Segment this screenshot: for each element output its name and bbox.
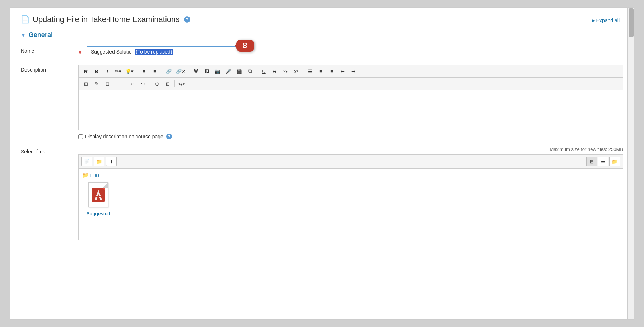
toolbar-divider-8 <box>174 80 175 87</box>
toolbar-table-btn[interactable]: ⊞ <box>81 79 91 88</box>
toolbar-highlight-btn[interactable]: 💡▾ <box>124 66 135 76</box>
toolbar-align-right-btn[interactable]: ≡ <box>327 66 337 76</box>
toolbar-indent-right-btn[interactable]: ➡ <box>348 66 358 76</box>
page-title-row: 📄 Updating File in Take-Home Examination… <box>21 15 623 24</box>
toolbar-link-btn[interactable]: 🔗 <box>164 66 174 76</box>
toolbar-capture-btn[interactable]: 📷 <box>213 66 223 76</box>
toolbar-strikethrough-btn[interactable]: S <box>270 66 280 76</box>
toolbar-superscript-btn[interactable]: x² <box>291 66 301 76</box>
display-description-checkbox[interactable] <box>78 134 83 139</box>
general-section-header: ▼ General <box>21 31 623 39</box>
section-toggle-icon[interactable]: ▼ <box>21 32 26 38</box>
description-field-container: i▾ B I ✏▾ 💡▾ ≡ ≡ 🔗 🔗✕ W 🖼 📷 🎤 � <box>78 65 623 139</box>
tooltip-step-badge: 8 <box>236 40 254 52</box>
toolbar-divider-1 <box>137 68 137 75</box>
toolbar-unlink-btn[interactable]: 🔗✕ <box>174 66 187 76</box>
description-form-row: Description i▾ B I ✏▾ 💡▾ ≡ ≡ 🔗 🔗✕ <box>21 65 623 139</box>
toolbar-subscript-btn[interactable]: x₂ <box>280 66 290 76</box>
toolbar-redo-btn[interactable]: ↪ <box>138 79 148 88</box>
toolbar-divider-7 <box>150 80 150 87</box>
toolbar-underline-btn[interactable]: U <box>259 66 269 76</box>
download-btn[interactable]: ⬇ <box>106 157 117 166</box>
scrollbar-track[interactable] <box>627 8 634 319</box>
toolbar-image-btn[interactable]: 🖼 <box>202 66 212 76</box>
name-input[interactable]: Suggested Solution (To be replaced) <box>87 46 237 57</box>
display-description-label-text: Display description on course page <box>85 134 163 139</box>
general-section-title: General <box>29 31 53 39</box>
select-files-label: Select files <box>21 147 78 155</box>
toolbar-special-char-btn[interactable]: ⊞ <box>163 79 173 88</box>
toolbar-divider-5 <box>303 68 303 75</box>
toolbar-unordered-list-btn[interactable]: ≡ <box>139 66 149 76</box>
name-input-selected-text: (To be replaced) <box>135 49 173 55</box>
svg-rect-2 <box>96 196 101 197</box>
grid-view-btn[interactable]: ⊞ <box>586 157 597 166</box>
description-checkbox-help[interactable]: ? <box>166 134 172 139</box>
toolbar-cursor-btn[interactable]: I <box>113 79 123 88</box>
file-grid: Suggested <box>82 182 619 216</box>
toolbar-word-btn[interactable]: W <box>191 66 201 76</box>
display-description-checkbox-label[interactable]: Display description on course page <box>78 134 163 139</box>
description-footer: Display description on course page ? <box>78 134 623 139</box>
toolbar-accessibility-btn[interactable]: ⊕ <box>152 79 162 88</box>
toolbar-divider-4 <box>257 68 257 75</box>
toolbar-divider-3 <box>189 68 189 75</box>
new-file-btn[interactable]: 📄 <box>81 157 92 166</box>
files-toolbar: 📄 📁 ⬇ ⊞ ☰ 📁 <box>78 154 623 168</box>
toolbar-info-btn[interactable]: i▾ <box>81 66 91 76</box>
breadcrumb-files-link[interactable]: Files <box>90 172 99 178</box>
select-files-field-container: Maximum size for new files: 250MB 📄 📁 ⬇ … <box>78 147 623 240</box>
toolbar-edit-btn[interactable]: ✎ <box>92 79 102 88</box>
toolbar-bold-btn[interactable]: B <box>92 66 102 76</box>
file-name-label: Suggested <box>87 211 110 216</box>
name-label: Name <box>21 46 78 54</box>
toolbar-row-1: i▾ B I ✏▾ 💡▾ ≡ ≡ 🔗 🔗✕ W 🖼 📷 🎤 � <box>79 65 623 78</box>
name-input-plain-text: Suggested Solution <box>91 49 134 55</box>
toolbar-italic-btn[interactable]: I <box>102 66 112 76</box>
editor-content-area[interactable] <box>79 90 623 130</box>
files-toolbar-right: ⊞ ☰ 📁 <box>586 157 620 166</box>
file-item-pdf[interactable]: Suggested <box>82 182 115 216</box>
files-breadcrumb: 📁 Files <box>82 172 619 178</box>
toolbar-divider-6 <box>125 80 125 87</box>
page-title-text: Updating File in Take-Home Examinations <box>33 15 179 24</box>
toolbar-divider-2 <box>162 68 162 75</box>
pdf-file-icon <box>87 182 110 209</box>
files-toolbar-left: 📄 📁 ⬇ <box>81 157 117 166</box>
list-view-btn[interactable]: ☰ <box>598 157 608 166</box>
expand-all-button[interactable]: ▶ Expand all <box>592 18 620 23</box>
breadcrumb-folder-icon: 📁 <box>82 172 88 178</box>
expand-all-arrow-icon: ▶ <box>592 18 595 23</box>
toolbar-embed-btn[interactable]: ⧉ <box>245 66 255 76</box>
page-title-icon: 📄 <box>21 15 30 24</box>
toolbar-html-btn[interactable]: </> <box>177 79 187 88</box>
pdf-page-bg <box>88 182 108 207</box>
toolbar-align-left-btn[interactable]: ☰ <box>305 66 315 76</box>
editor-wrapper: i▾ B I ✏▾ 💡▾ ≡ ≡ 🔗 🔗✕ W 🖼 📷 🎤 � <box>78 65 623 130</box>
name-input-wrapper: ● Suggested Solution (To be replaced) 8 <box>78 46 623 57</box>
toolbar-video-btn[interactable]: 🎬 <box>234 66 244 76</box>
toolbar-color-btn[interactable]: ✏▾ <box>113 66 123 76</box>
files-area[interactable]: 📁 Files <box>78 168 623 240</box>
toolbar-grid-btn[interactable]: ⊟ <box>102 79 112 88</box>
required-icon: ● <box>78 48 82 56</box>
scrollbar-thumb[interactable] <box>629 8 634 37</box>
toolbar-align-center-btn[interactable]: ≡ <box>316 66 326 76</box>
folder-view-btn[interactable]: 📁 <box>609 157 620 166</box>
toolbar-audio-btn[interactable]: 🎤 <box>223 66 233 76</box>
toolbar-ordered-list-btn[interactable]: ≡ <box>150 66 160 76</box>
main-container: 📄 Updating File in Take-Home Examination… <box>10 7 634 320</box>
name-form-row: Name ● Suggested Solution (To be replace… <box>21 46 623 57</box>
pdf-acrobat-svg <box>92 188 105 202</box>
toolbar-row-2: ⊞ ✎ ⊟ I ↩ ↪ ⊕ ⊞ </> <box>79 78 623 90</box>
toolbar-undo-btn[interactable]: ↩ <box>127 79 137 88</box>
select-files-form-row: Select files Maximum size for new files:… <box>21 147 623 240</box>
files-max-size-text: Maximum size for new files: 250MB <box>78 147 623 152</box>
description-label: Description <box>21 65 78 73</box>
toolbar-indent-left-btn[interactable]: ⬅ <box>337 66 347 76</box>
new-folder-btn[interactable]: 📁 <box>94 157 104 166</box>
page-title-help[interactable]: ? <box>184 16 190 23</box>
name-field-container: ● Suggested Solution (To be replaced) 8 <box>78 46 623 57</box>
